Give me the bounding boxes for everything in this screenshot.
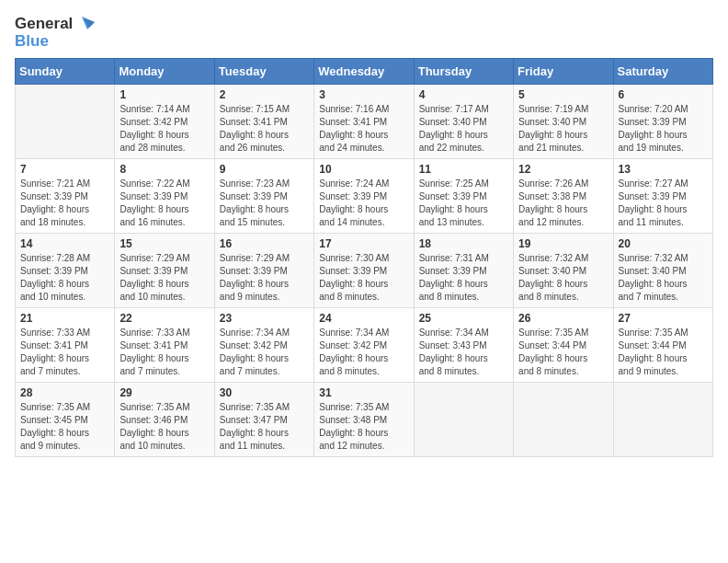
day-info: Sunrise: 7:24 AMSunset: 3:39 PMDaylight:…: [319, 178, 408, 229]
weekday-header-sunday: Sunday: [16, 58, 115, 84]
logo-bird-icon: [74, 15, 97, 33]
day-number: 30: [220, 386, 309, 399]
calendar-cell: 14Sunrise: 7:28 AMSunset: 3:39 PMDayligh…: [16, 233, 115, 307]
day-number: 5: [518, 88, 608, 101]
calendar-cell: 2Sunrise: 7:15 AMSunset: 3:41 PMDaylight…: [214, 84, 313, 158]
weekday-header-monday: Monday: [115, 58, 214, 84]
day-number: 29: [119, 386, 209, 399]
day-info: Sunrise: 7:15 AMSunset: 3:41 PMDaylight:…: [220, 103, 309, 155]
calendar-cell: 12Sunrise: 7:26 AMSunset: 3:38 PMDayligh…: [514, 158, 613, 233]
calendar-cell: 25Sunrise: 7:34 AMSunset: 3:43 PMDayligh…: [414, 307, 513, 382]
day-number: 12: [518, 163, 608, 176]
day-info: Sunrise: 7:19 AMSunset: 3:40 PMDaylight:…: [518, 103, 608, 155]
weekday-header-thursday: Thursday: [414, 58, 513, 84]
calendar-cell: 31Sunrise: 7:35 AMSunset: 3:48 PMDayligh…: [314, 382, 414, 456]
day-info: Sunrise: 7:34 AMSunset: 3:43 PMDaylight:…: [419, 327, 508, 378]
calendar-body: 1Sunrise: 7:14 AMSunset: 3:42 PMDaylight…: [16, 84, 713, 456]
calendar-cell: 17Sunrise: 7:30 AMSunset: 3:39 PMDayligh…: [314, 233, 414, 307]
calendar-cell: [414, 382, 513, 456]
day-info: Sunrise: 7:25 AMSunset: 3:39 PMDaylight:…: [419, 178, 508, 229]
day-info: Sunrise: 7:21 AMSunset: 3:39 PMDaylight:…: [20, 178, 109, 229]
day-number: 13: [619, 163, 708, 176]
day-info: Sunrise: 7:23 AMSunset: 3:39 PMDaylight:…: [220, 178, 309, 229]
day-info: Sunrise: 7:34 AMSunset: 3:42 PMDaylight:…: [319, 327, 408, 378]
day-info: Sunrise: 7:35 AMSunset: 3:46 PMDaylight:…: [119, 401, 209, 453]
calendar-week-1: 7Sunrise: 7:21 AMSunset: 3:39 PMDaylight…: [16, 158, 713, 233]
calendar-cell: 10Sunrise: 7:24 AMSunset: 3:39 PMDayligh…: [314, 158, 414, 233]
day-number: 17: [319, 237, 408, 250]
calendar-cell: 8Sunrise: 7:22 AMSunset: 3:39 PMDaylight…: [115, 158, 214, 233]
day-number: 10: [319, 163, 408, 176]
day-number: 24: [319, 312, 408, 325]
calendar-cell: 27Sunrise: 7:35 AMSunset: 3:44 PMDayligh…: [613, 307, 712, 382]
calendar-cell: 4Sunrise: 7:17 AMSunset: 3:40 PMDaylight…: [414, 84, 513, 158]
logo-blue: Blue: [15, 33, 49, 51]
day-number: 3: [319, 88, 408, 101]
day-info: Sunrise: 7:35 AMSunset: 3:44 PMDaylight:…: [518, 327, 608, 378]
calendar-cell: 7Sunrise: 7:21 AMSunset: 3:39 PMDaylight…: [16, 158, 115, 233]
day-number: 7: [20, 163, 109, 176]
day-info: Sunrise: 7:32 AMSunset: 3:40 PMDaylight:…: [518, 252, 608, 304]
calendar-cell: 19Sunrise: 7:32 AMSunset: 3:40 PMDayligh…: [514, 233, 613, 307]
day-number: 27: [619, 312, 708, 325]
weekday-header-tuesday: Tuesday: [214, 58, 313, 84]
day-info: Sunrise: 7:20 AMSunset: 3:39 PMDaylight:…: [619, 103, 708, 155]
calendar-cell: 1Sunrise: 7:14 AMSunset: 3:42 PMDaylight…: [115, 84, 214, 158]
day-number: 28: [20, 386, 109, 399]
calendar-cell: [613, 382, 712, 456]
calendar-cell: 20Sunrise: 7:32 AMSunset: 3:40 PMDayligh…: [613, 233, 712, 307]
calendar-cell: 23Sunrise: 7:34 AMSunset: 3:42 PMDayligh…: [214, 307, 313, 382]
day-info: Sunrise: 7:35 AMSunset: 3:44 PMDaylight:…: [619, 327, 708, 378]
calendar-week-3: 21Sunrise: 7:33 AMSunset: 3:41 PMDayligh…: [16, 307, 713, 382]
calendar-week-4: 28Sunrise: 7:35 AMSunset: 3:45 PMDayligh…: [16, 382, 713, 456]
day-number: 15: [119, 237, 209, 250]
calendar-cell: 11Sunrise: 7:25 AMSunset: 3:39 PMDayligh…: [414, 158, 513, 233]
calendar-cell: 15Sunrise: 7:29 AMSunset: 3:39 PMDayligh…: [115, 233, 214, 307]
calendar-cell: [514, 382, 613, 456]
day-number: 1: [119, 88, 209, 101]
weekday-header-row: SundayMondayTuesdayWednesdayThursdayFrid…: [16, 58, 713, 84]
day-number: 25: [419, 312, 508, 325]
calendar-cell: 28Sunrise: 7:35 AMSunset: 3:45 PMDayligh…: [16, 382, 115, 456]
calendar-cell: 29Sunrise: 7:35 AMSunset: 3:46 PMDayligh…: [115, 382, 214, 456]
day-number: 20: [619, 237, 708, 250]
logo-text-block: General Blue: [15, 15, 97, 51]
calendar-cell: 6Sunrise: 7:20 AMSunset: 3:39 PMDaylight…: [613, 84, 712, 158]
weekday-header-wednesday: Wednesday: [314, 58, 414, 84]
calendar-week-2: 14Sunrise: 7:28 AMSunset: 3:39 PMDayligh…: [16, 233, 713, 307]
calendar-cell: 18Sunrise: 7:31 AMSunset: 3:39 PMDayligh…: [414, 233, 513, 307]
day-number: 14: [20, 237, 109, 250]
day-number: 31: [319, 386, 408, 399]
day-info: Sunrise: 7:35 AMSunset: 3:48 PMDaylight:…: [319, 401, 408, 453]
day-info: Sunrise: 7:33 AMSunset: 3:41 PMDaylight:…: [20, 327, 109, 378]
day-info: Sunrise: 7:28 AMSunset: 3:39 PMDaylight:…: [20, 252, 109, 304]
calendar-cell: 21Sunrise: 7:33 AMSunset: 3:41 PMDayligh…: [16, 307, 115, 382]
day-number: 8: [119, 163, 209, 176]
day-info: Sunrise: 7:33 AMSunset: 3:41 PMDaylight:…: [119, 327, 209, 378]
day-info: Sunrise: 7:35 AMSunset: 3:47 PMDaylight:…: [220, 401, 309, 453]
day-number: 16: [220, 237, 309, 250]
calendar-cell: 13Sunrise: 7:27 AMSunset: 3:39 PMDayligh…: [613, 158, 712, 233]
day-number: 26: [518, 312, 608, 325]
calendar-cell: 22Sunrise: 7:33 AMSunset: 3:41 PMDayligh…: [115, 307, 214, 382]
logo-general: General: [15, 16, 73, 33]
weekday-header-friday: Friday: [514, 58, 613, 84]
day-number: 6: [619, 88, 708, 101]
day-info: Sunrise: 7:27 AMSunset: 3:39 PMDaylight:…: [619, 178, 708, 229]
day-number: 11: [419, 163, 508, 176]
day-info: Sunrise: 7:35 AMSunset: 3:45 PMDaylight:…: [20, 401, 109, 453]
day-number: 21: [20, 312, 109, 325]
day-info: Sunrise: 7:29 AMSunset: 3:39 PMDaylight:…: [220, 252, 309, 304]
calendar-cell: 26Sunrise: 7:35 AMSunset: 3:44 PMDayligh…: [514, 307, 613, 382]
calendar-cell: 3Sunrise: 7:16 AMSunset: 3:41 PMDaylight…: [314, 84, 414, 158]
day-info: Sunrise: 7:17 AMSunset: 3:40 PMDaylight:…: [419, 103, 508, 155]
logo: General Blue: [15, 15, 97, 51]
calendar-cell: [16, 84, 115, 158]
day-info: Sunrise: 7:32 AMSunset: 3:40 PMDaylight:…: [619, 252, 708, 304]
header: General Blue: [15, 15, 713, 51]
calendar-cell: 24Sunrise: 7:34 AMSunset: 3:42 PMDayligh…: [314, 307, 414, 382]
day-number: 9: [220, 163, 309, 176]
day-info: Sunrise: 7:14 AMSunset: 3:42 PMDaylight:…: [119, 103, 209, 155]
calendar-cell: 30Sunrise: 7:35 AMSunset: 3:47 PMDayligh…: [214, 382, 313, 456]
day-number: 19: [518, 237, 608, 250]
